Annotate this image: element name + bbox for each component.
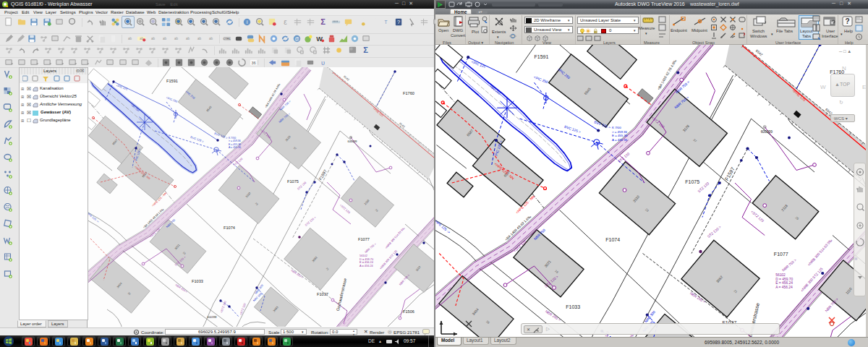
svg-text:ab: ab: [197, 37, 202, 40]
svg-text:F1506: F1506: [403, 309, 414, 314]
svg-text:> = 459.36: > = 459.36: [229, 140, 241, 142]
svg-text:F1077: F1077: [358, 237, 370, 241]
svg-text:F1591: F1591: [535, 54, 549, 59]
svg-text:T: T: [384, 20, 387, 25]
svg-text:F1077: F1077: [774, 252, 788, 257]
svg-text:> = 459.36: > = 459.36: [612, 130, 628, 134]
svg-text:F1037: F1037: [317, 292, 328, 296]
svg-text:F1075: F1075: [287, 179, 299, 184]
svg-text:F1033: F1033: [566, 304, 580, 309]
svg-text:E = 455.36: E = 455.36: [229, 143, 241, 146]
svg-text:F1760: F1760: [403, 91, 414, 95]
svg-text:A = 455.36: A = 455.36: [612, 138, 628, 142]
svg-text:D = 459.70: D = 459.70: [775, 278, 793, 281]
svg-text:K 7/00: K 7/00: [612, 126, 621, 129]
svg-text:ab: ab: [151, 37, 156, 40]
svg-text:ab: ab: [209, 37, 213, 40]
svg-text:F1591: F1591: [166, 79, 178, 83]
svg-text:ab: ab: [174, 37, 179, 40]
svg-text:ab: ab: [128, 37, 132, 40]
svg-text:CTRL: CTRL: [223, 37, 231, 40]
svg-text:υ: υ: [321, 59, 325, 67]
svg-text:F1033: F1033: [192, 279, 203, 283]
svg-text:K 7/00: K 7/00: [229, 137, 236, 140]
svg-text:?: ?: [397, 19, 400, 25]
svg-text:A = 455.36: A = 455.36: [229, 146, 241, 149]
svg-text:F1075: F1075: [685, 179, 699, 184]
svg-text:600398: 600398: [208, 315, 217, 319]
svg-text:Σ: Σ: [320, 17, 326, 26]
svg-text:36: 36: [251, 61, 255, 65]
svg-text:F1074: F1074: [605, 237, 620, 242]
svg-text:600399: 600399: [761, 130, 773, 134]
svg-text:E = 456.24: E = 456.24: [775, 281, 793, 285]
svg-text:@: @: [294, 36, 299, 41]
svg-text:ab: ab: [186, 37, 190, 40]
svg-text:56102: 56102: [775, 273, 786, 277]
svg-text:F1074: F1074: [224, 226, 235, 230]
svg-text:?: ?: [845, 17, 849, 25]
svg-text:A = 456.24: A = 456.24: [359, 264, 374, 267]
svg-text:Σ: Σ: [363, 46, 368, 54]
svg-text:ε: ε: [284, 18, 287, 26]
svg-text:E = 455.36: E = 455.36: [612, 134, 628, 137]
svg-text:600399: 600399: [348, 140, 357, 143]
svg-text:ab: ab: [163, 37, 167, 40]
svg-text:A = 456.24: A = 456.24: [775, 286, 793, 289]
svg-text:W: W: [316, 35, 323, 43]
